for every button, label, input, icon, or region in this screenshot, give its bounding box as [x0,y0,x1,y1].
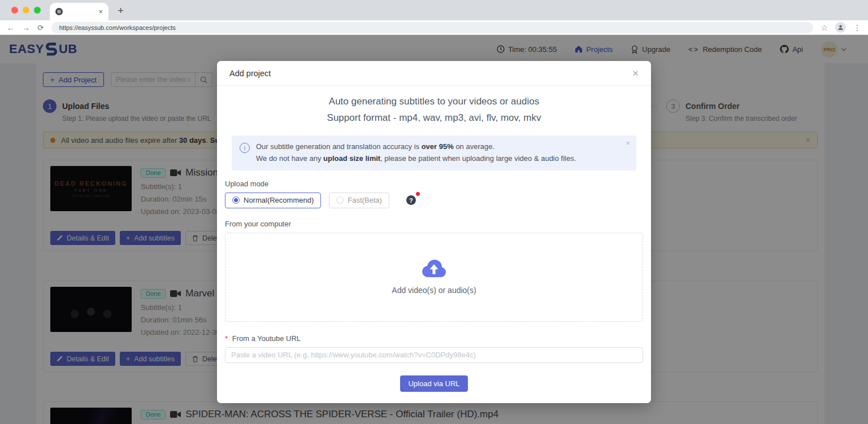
browser-actions: ☆ ⋮ [821,22,861,33]
browser-tab-strip: × + [0,0,868,20]
info-icon: i [240,143,250,153]
from-computer-label: From your computer [225,220,643,228]
tab-favicon-icon [55,8,63,15]
address-bar[interactable]: https://easyssub.com/workspaces/projects [51,22,814,33]
window-close-button[interactable] [11,7,18,14]
dropzone-text: Add video(s) or audio(s) [392,286,476,295]
file-dropzone[interactable]: Add video(s) or audio(s) [225,233,643,322]
radio-selected-icon [232,196,240,204]
info-text: Our subtitle generation and translation … [256,141,576,165]
window-controls [11,7,41,14]
cloud-upload-icon [421,259,447,278]
bookmark-star-icon[interactable]: ☆ [821,24,828,32]
info-close-icon[interactable]: × [626,139,630,147]
question-icon: ? [406,195,416,205]
radio-normal-mode[interactable]: Normal(Recommend) [225,193,321,208]
mode-help[interactable]: ? [406,195,416,205]
reload-icon[interactable]: ⟳ [37,24,44,32]
modal-body: Auto generating subtitles to your videos… [217,86,651,392]
upload-mode-label: Upload mode [225,180,643,188]
forward-icon[interactable]: → [22,24,30,32]
person-icon [837,24,844,30]
modal-heading: Auto generating subtitles to your videos… [225,96,643,107]
upload-mode-group: Normal(Recommend) Fast(Beta) ? [225,193,643,208]
modal-title: Add project [229,69,271,78]
browser-toolbar: ← → ⟳ https://easyssub.com/workspaces/pr… [0,20,868,35]
required-asterisk: * [225,334,228,343]
accuracy-info-alert: i Our subtitle generation and translatio… [232,135,636,171]
youtube-url-input[interactable] [225,347,643,363]
radio-unselected-icon [336,196,344,204]
modal-header: Add project × [217,61,651,86]
page: EASY UB Time: 00:35:55 Projects [0,35,868,424]
modal-subheading: Support format - mp4, wav, mp3, avi, flv… [225,112,643,124]
upload-via-url-button[interactable]: Upload via URL [400,375,467,392]
youtube-url-label-row: * From a Youtube URL [225,334,643,343]
notification-dot [416,192,420,196]
new-tab-button[interactable]: + [118,5,124,17]
browser-tab[interactable]: × [50,3,108,20]
address-url: https://easyssub.com/workspaces/projects [59,24,176,31]
browser-menu-icon[interactable]: ⋮ [853,24,861,32]
youtube-url-label: From a Youtube URL [232,334,301,343]
profile-avatar[interactable] [835,22,846,33]
window-minimize-button[interactable] [23,7,29,14]
tab-close-icon[interactable]: × [98,8,103,15]
back-icon[interactable]: ← [7,24,15,32]
add-project-modal: Add project × Auto generating subtitles … [217,61,651,403]
window-zoom-button[interactable] [34,7,41,14]
radio-fast-mode[interactable]: Fast(Beta) [329,193,389,208]
modal-close-icon[interactable]: × [632,68,639,78]
